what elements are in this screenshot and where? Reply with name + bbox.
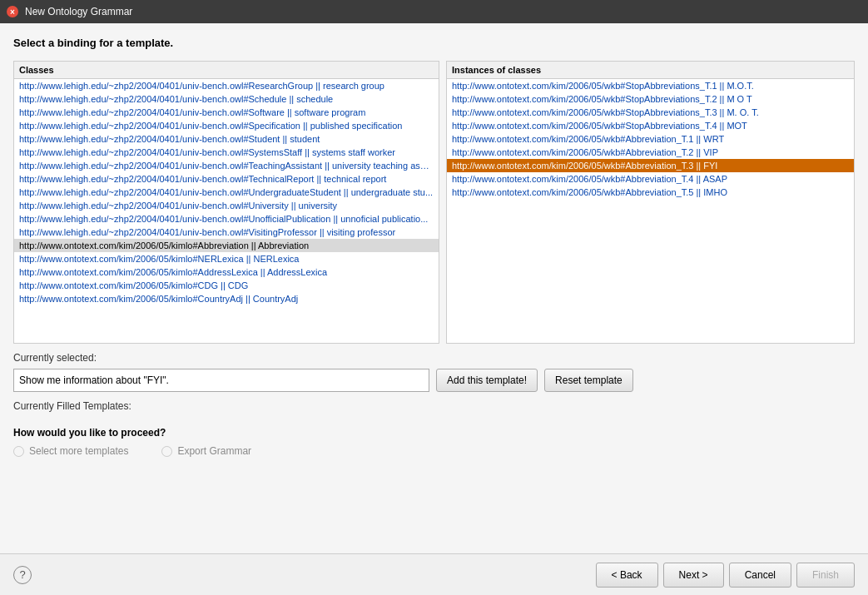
radio-export-grammar-label: Export Grammar: [177, 445, 251, 457]
title-bar: × New Ontology Grammar: [0, 0, 868, 23]
instance-item[interactable]: http://www.ontotext.com/kim/2006/05/wkb#…: [447, 119, 854, 132]
finish-button[interactable]: Finish: [796, 563, 855, 588]
instances-panel: Instances of classes http://www.ontotext…: [446, 61, 855, 344]
currently-filled-label: Currently Filled Templates:: [13, 400, 855, 412]
class-item[interactable]: http://www.ontotext.com/kim/2006/05/kiml…: [14, 279, 439, 292]
instance-item[interactable]: http://www.ontotext.com/kim/2006/05/wkb#…: [447, 159, 854, 172]
class-item[interactable]: http://www.lehigh.edu/~zhp2/2004/0401/un…: [14, 79, 439, 92]
class-item[interactable]: http://www.lehigh.edu/~zhp2/2004/0401/un…: [14, 106, 439, 119]
main-content: Select a binding for a template. Classes…: [0, 23, 868, 595]
proceed-label: How would you like to proceed?: [13, 427, 855, 439]
instance-item[interactable]: http://www.ontotext.com/kim/2006/05/wkb#…: [447, 79, 854, 92]
bottom-bar-right: < Back Next > Cancel Finish: [596, 563, 855, 588]
back-button[interactable]: < Back: [596, 563, 658, 588]
class-item[interactable]: http://www.lehigh.edu/~zhp2/2004/0401/un…: [14, 92, 439, 106]
template-input[interactable]: [13, 369, 429, 392]
radio-row: Select more templates Export Grammar: [13, 445, 855, 457]
classes-header: Classes: [14, 62, 439, 79]
classes-panel: Classes http://www.lehigh.edu/~zhp2/2004…: [13, 61, 439, 344]
currently-selected-label: Currently selected:: [13, 352, 855, 364]
class-item[interactable]: http://www.lehigh.edu/~zhp2/2004/0401/un…: [14, 186, 439, 199]
instance-item[interactable]: http://www.ontotext.com/kim/2006/05/wkb#…: [447, 92, 854, 106]
class-item[interactable]: http://www.lehigh.edu/~zhp2/2004/0401/un…: [14, 199, 439, 212]
instance-item[interactable]: http://www.ontotext.com/kim/2006/05/wkb#…: [447, 172, 854, 186]
class-item[interactable]: http://www.ontotext.com/kim/2006/05/kiml…: [14, 265, 439, 279]
proceed-section: How would you like to proceed? Select mo…: [13, 427, 855, 457]
reset-template-button[interactable]: Reset template: [544, 369, 633, 392]
instance-item[interactable]: http://www.ontotext.com/kim/2006/05/wkb#…: [447, 106, 854, 119]
window-title: New Ontology Grammar: [25, 6, 132, 17]
class-item[interactable]: http://www.ontotext.com/kim/2006/05/kiml…: [14, 292, 439, 305]
radio-select-more-label: Select more templates: [29, 445, 128, 457]
class-item[interactable]: http://www.lehigh.edu/~zhp2/2004/0401/un…: [14, 172, 439, 186]
instance-item[interactable]: http://www.ontotext.com/kim/2006/05/wkb#…: [447, 186, 854, 199]
radio-select-more[interactable]: Select more templates: [13, 445, 128, 457]
class-item[interactable]: http://www.ontotext.com/kim/2006/05/kiml…: [14, 239, 439, 252]
instances-list[interactable]: http://www.ontotext.com/kim/2006/05/wkb#…: [447, 79, 854, 343]
instances-header: Instances of classes: [447, 62, 854, 79]
bottom-bar: ? < Back Next > Cancel Finish: [0, 553, 868, 595]
class-item[interactable]: http://www.lehigh.edu/~zhp2/2004/0401/un…: [14, 226, 439, 239]
class-item[interactable]: http://www.ontotext.com/kim/2006/05/kiml…: [14, 252, 439, 265]
add-template-button[interactable]: Add this template!: [436, 369, 538, 392]
next-button[interactable]: Next >: [663, 563, 724, 588]
class-item[interactable]: http://www.lehigh.edu/~zhp2/2004/0401/un…: [14, 146, 439, 159]
lists-container: Classes http://www.lehigh.edu/~zhp2/2004…: [13, 61, 855, 344]
radio-select-more-input[interactable]: [13, 446, 24, 457]
instance-item[interactable]: http://www.ontotext.com/kim/2006/05/wkb#…: [447, 132, 854, 146]
class-item[interactable]: http://www.lehigh.edu/~zhp2/2004/0401/un…: [14, 212, 439, 226]
cancel-button[interactable]: Cancel: [729, 563, 791, 588]
class-item[interactable]: http://www.lehigh.edu/~zhp2/2004/0401/un…: [14, 159, 439, 172]
bottom-bar-left: ?: [13, 566, 32, 584]
close-button[interactable]: ×: [7, 6, 18, 17]
classes-list[interactable]: http://www.lehigh.edu/~zhp2/2004/0401/un…: [14, 79, 439, 343]
radio-export-grammar[interactable]: Export Grammar: [161, 445, 251, 457]
class-item[interactable]: http://www.lehigh.edu/~zhp2/2004/0401/un…: [14, 119, 439, 132]
class-item[interactable]: http://www.lehigh.edu/~zhp2/2004/0401/un…: [14, 132, 439, 146]
help-icon[interactable]: ?: [13, 566, 32, 584]
instance-item[interactable]: http://www.ontotext.com/kim/2006/05/wkb#…: [447, 146, 854, 159]
template-row: Add this template! Reset template: [13, 369, 855, 392]
radio-export-grammar-input[interactable]: [161, 446, 172, 457]
page-instruction: Select a binding for a template.: [13, 37, 855, 49]
